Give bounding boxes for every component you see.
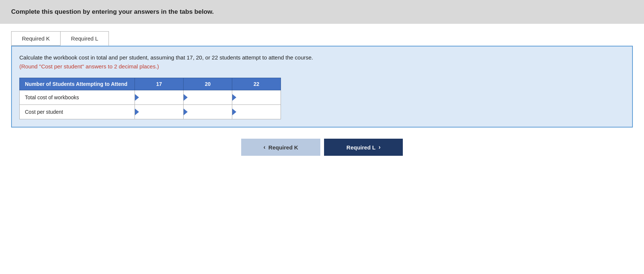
prev-button[interactable]: ‹ Required K: [241, 139, 320, 156]
tab-required-l[interactable]: Required L: [60, 31, 109, 46]
row-label-cost-per-student: Cost per student: [20, 105, 135, 119]
cell-cost-per-student-20: [184, 105, 232, 119]
instruction-text: Complete this question by entering your …: [11, 8, 214, 15]
tab-required-k[interactable]: Required K: [11, 31, 60, 46]
next-button-label: Required L: [346, 144, 375, 151]
rounding-note: (Round "Cost per student" answers to 2 d…: [19, 63, 159, 70]
cell-total-cost-22: [232, 90, 281, 105]
prev-chevron-icon: ‹: [263, 144, 265, 151]
input-cost-per-student-22[interactable]: [232, 105, 281, 119]
table-row-total-cost: Total cost of workbooks: [20, 90, 281, 105]
prev-button-label: Required K: [268, 144, 298, 151]
col-header-22: 22: [232, 78, 281, 90]
table-wrapper: Number of Students Attempting to Attend …: [19, 78, 625, 119]
next-chevron-icon: ›: [379, 144, 381, 151]
instruction-bar: Complete this question by entering your …: [0, 0, 644, 24]
input-cost-per-student-17[interactable]: [135, 105, 183, 119]
input-total-cost-20[interactable]: [184, 90, 232, 104]
workbook-cost-table: Number of Students Attempting to Attend …: [19, 78, 281, 119]
navigation-buttons: ‹ Required K Required L ›: [0, 139, 644, 171]
description: Calculate the workbook cost in total and…: [19, 53, 625, 71]
table-row-cost-per-student: Cost per student: [20, 105, 281, 119]
cell-cost-per-student-17: [135, 105, 184, 119]
input-total-cost-17[interactable]: [135, 90, 183, 104]
input-total-cost-22[interactable]: [232, 90, 281, 104]
tabs-container: Required K Required L: [0, 24, 644, 46]
row-label-total-cost: Total cost of workbooks: [20, 90, 135, 105]
input-cost-per-student-20[interactable]: [184, 105, 232, 119]
cell-total-cost-17: [135, 90, 184, 105]
col-header-20: 20: [184, 78, 232, 90]
col-header-17: 17: [135, 78, 184, 90]
content-area: Calculate the workbook cost in total and…: [11, 46, 633, 128]
col-header-label: Number of Students Attempting to Attend: [20, 78, 135, 90]
next-button[interactable]: Required L ›: [324, 139, 403, 156]
cell-total-cost-20: [184, 90, 232, 105]
cell-cost-per-student-22: [232, 105, 281, 119]
